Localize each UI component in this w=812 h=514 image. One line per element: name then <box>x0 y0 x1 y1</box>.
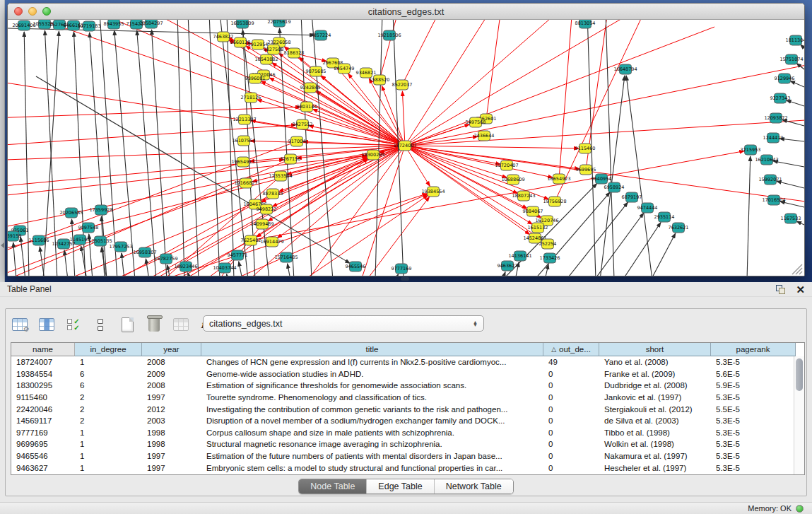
column-checkboxes-button[interactable]: ✓ ✓ <box>64 315 83 334</box>
table-cell: Structural magnetic resonance image aver… <box>201 440 543 448</box>
column-header-name[interactable]: name <box>11 343 75 356</box>
graph-node[interactable]: 16782759 <box>154 254 177 264</box>
graph-node[interactable]: 1733426 <box>540 253 560 263</box>
table-cell: 9115460 <box>11 393 75 402</box>
graph-node[interactable]: 15751074 <box>779 54 803 64</box>
graph-node[interactable]: 1244419 <box>763 133 784 143</box>
svg-text:9346821: 9346821 <box>356 70 377 76</box>
graph-node[interactable]: 16648794 <box>613 64 637 74</box>
select-columns-button[interactable] <box>37 315 57 334</box>
graph-node[interactable]: 9346821 <box>356 68 377 78</box>
graph-node[interactable]: 9097548 <box>78 223 99 233</box>
minimize-window-button[interactable] <box>28 7 37 16</box>
graph-node[interactable]: 19218506 <box>377 30 401 40</box>
table-row[interactable]: 911546021997Tourette syndrome. Phenomeno… <box>11 392 794 404</box>
graph-node[interactable]: 8878334 <box>263 189 283 199</box>
row-height-button[interactable] <box>90 315 110 334</box>
network-canvas[interactable]: 1872400727181261221338716107554196549131… <box>8 20 804 276</box>
table-cell: 5.9E-5 <box>711 381 796 390</box>
table-row[interactable]: 946554611997Estimation of the future num… <box>11 450 794 462</box>
table-row[interactable]: 969969511998Structural magnetic resonanc… <box>11 438 794 450</box>
graph-node[interactable]: 9463627 <box>498 261 518 271</box>
graph-node[interactable]: 15716485 <box>274 252 298 262</box>
graph-node[interactable]: 16210643 <box>755 155 778 165</box>
zoom-window-button[interactable] <box>42 7 51 16</box>
table-selector-dropdown[interactable]: citations_edges.txt ▲▼ <box>203 315 484 332</box>
window-resize-grip[interactable] <box>792 264 802 274</box>
graph-node[interactable]: 1588520 <box>370 75 390 85</box>
graph-node[interactable]: 15720407 <box>495 160 518 170</box>
column-header-pagerank[interactable]: pagerank <box>711 343 796 356</box>
graph-node[interactable]: 9699695 <box>576 165 596 175</box>
graph-node[interactable]: 8943955 <box>104 20 124 29</box>
tab-node-table[interactable]: Node Table <box>299 479 367 493</box>
svg-text:9129946: 9129946 <box>775 76 795 81</box>
graph-node[interactable]: 8813054 <box>575 20 596 28</box>
graph-node[interactable]: 16053809 <box>230 20 254 28</box>
table-row[interactable]: 946362711997Embryonic stem cells: a mode… <box>11 462 794 474</box>
graph-node[interactable]: 2436644 <box>474 131 495 141</box>
close-window-button[interactable] <box>14 7 23 16</box>
graph-node[interactable]: 19756928 <box>543 197 566 206</box>
graph-node[interactable]: 17016504 <box>762 195 785 205</box>
close-panel-icon[interactable]: ✕ <box>796 285 805 294</box>
table-row[interactable]: 2242004622012Investigating the contribut… <box>11 403 794 415</box>
table-row[interactable]: 977716911998Corpus callosum shape and si… <box>11 427 794 439</box>
graph-node[interactable]: 9465546 <box>346 262 366 271</box>
table-scrollbar[interactable] <box>794 356 804 474</box>
graph-node[interactable]: 14136141 <box>508 251 531 261</box>
graph-node[interactable]: 2935114 <box>654 212 675 222</box>
graph-node[interactable]: 2718126 <box>241 93 261 103</box>
column-header-in_degree[interactable]: in_degree <box>75 343 142 356</box>
table-row[interactable]: 1938455462009Genome-wide association stu… <box>11 368 794 380</box>
column-header-short[interactable]: short <box>599 343 711 356</box>
tab-network-table[interactable]: Network Table <box>435 479 513 493</box>
delete-table-button[interactable] <box>144 315 164 334</box>
splitpane-collapse-icon[interactable] <box>1 243 4 248</box>
svg-text:16782759: 16782759 <box>154 256 177 262</box>
graph-node[interactable]: 7632621 <box>669 223 689 233</box>
graph-node[interactable]: 6879197 <box>622 192 642 202</box>
graph-node[interactable]: 17957253 <box>109 242 132 252</box>
table-settings-button[interactable]: ⚙ <box>10 315 30 334</box>
column-header-out_de[interactable]: △out_de... <box>543 343 599 356</box>
graph-node[interactable]: 252254 <box>539 239 557 249</box>
float-panel-icon[interactable] <box>776 285 786 294</box>
column-header-title[interactable]: title <box>201 343 543 356</box>
network-window[interactable]: citations_edges.txt 18724007271812612213… <box>7 3 805 276</box>
scrollbar-thumb[interactable] <box>796 358 803 391</box>
new-table-button[interactable] <box>117 315 137 334</box>
graph-node[interactable]: 8267150 <box>281 154 301 164</box>
svg-text:1244419: 1244419 <box>763 135 784 141</box>
table-row[interactable]: 1456911722003Disruption of a novel membe… <box>11 415 794 427</box>
graph-node[interactable]: 15992071 <box>758 175 782 185</box>
graph-node[interactable]: 917004 <box>288 136 306 146</box>
table-cell: de Silva et al. (2003) <box>599 416 711 425</box>
tab-edge-table[interactable]: Edge Table <box>367 479 434 493</box>
graph-node[interactable]: 8522037 <box>392 80 413 90</box>
splitpane-left-strip <box>0 0 5 282</box>
graph-node[interactable]: 9777169 <box>392 264 412 274</box>
splitpane-handle[interactable] <box>401 277 409 281</box>
graph-node[interactable]: 22075619 <box>267 20 290 27</box>
graph-node[interactable]: 20206585 <box>59 208 83 218</box>
svg-text:18300295: 18300295 <box>361 152 384 158</box>
graph-node[interactable]: 9803144 <box>297 102 317 112</box>
table-row[interactable]: 1830029562008Estimation of significance … <box>11 380 794 392</box>
citation-edge-black <box>623 223 661 276</box>
graph-node[interactable]: 8186328 <box>284 48 305 58</box>
citation-edge-red <box>405 146 532 224</box>
column-header-year[interactable]: year <box>142 343 201 356</box>
graph-node[interactable]: 17359928 <box>89 205 112 215</box>
network-window-titlebar[interactable]: citations_edges.txt <box>8 4 804 20</box>
graph-node[interactable]: 3215953 <box>741 145 761 155</box>
graph-node[interactable]: 9474444 <box>637 203 658 213</box>
table-row[interactable]: 1872400712008Changes of HCN gene express… <box>11 356 794 368</box>
graph-node[interactable]: 1811304 <box>786 35 804 45</box>
graph-node[interactable]: 6958924 <box>604 182 625 192</box>
svg-text:16210643: 16210643 <box>755 157 778 163</box>
graph-node[interactable]: 16958107 <box>133 247 156 257</box>
graph-node[interactable]: 9227343 <box>770 93 791 103</box>
trash-icon <box>148 317 160 332</box>
graph-node[interactable]: 16107554 <box>232 136 255 146</box>
